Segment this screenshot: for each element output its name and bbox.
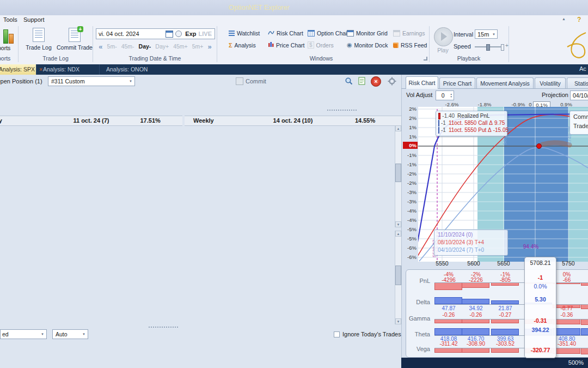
ignore-trades-label: Ignore Today's Trades <box>342 331 401 337</box>
ignore-trades-checkbox[interactable] <box>334 331 340 337</box>
tab-analysis-onon[interactable]: Analysis: ONON <box>99 64 159 75</box>
menu-support[interactable]: Support <box>23 16 45 23</box>
y-axis-label: 1% <box>403 124 416 130</box>
greek-bar <box>491 348 519 353</box>
legend-date-row: 04/10/2024 (7) T+0 <box>438 247 504 255</box>
rss-icon <box>393 43 399 48</box>
splitter-grip[interactable] <box>148 326 179 329</box>
risk-tab-movement-analysis[interactable]: Movement Analysis <box>476 77 534 89</box>
mode-select[interactable]: Auto ▼ <box>52 329 88 339</box>
float-button-trade[interactable]: Trade <box>573 123 588 132</box>
risk-tab-volatility[interactable]: Volatility <box>535 77 566 89</box>
highlight-theta: 394.22 <box>525 327 556 333</box>
trading-date-field[interactable]: vi. 04 oct. 2024ExpLIVE <box>96 28 215 39</box>
nav-back-icon[interactable]: « <box>99 43 102 51</box>
ribbon-toolbar: ReportsReportsTrade Log+Commit TradeTrad… <box>0 25 588 65</box>
window-button-rss-feed[interactable]: RSS Feed <box>393 40 427 50</box>
search-icon[interactable] <box>345 77 353 86</box>
window-button-watchlist[interactable]: Watchlist <box>229 28 260 38</box>
clock-icon[interactable] <box>175 31 182 37</box>
projection-date-field[interactable]: 04/10/2024 <box>570 91 588 100</box>
commit-trade-button[interactable]: +Commit Trade <box>56 27 94 53</box>
speed-plus-icon[interactable]: + <box>505 43 509 49</box>
button-label: Monitor Dock <box>354 42 388 49</box>
nav-step-5m[interactable]: 5m+ <box>192 43 204 50</box>
risk-tab-price-chart[interactable]: Price Chart <box>439 77 475 89</box>
commit-button[interactable]: Commit <box>236 76 266 86</box>
status-bar: 500% <box>401 358 588 368</box>
window-button-risk-chart[interactable]: Risk Chart <box>268 28 303 38</box>
scrollbar[interactable]: ▲▼ <box>395 125 401 227</box>
notes-icon[interactable] <box>358 77 366 85</box>
interval-select[interactable]: 15m▼ <box>475 29 498 39</box>
play-icon <box>441 32 447 41</box>
vol-adjust-spinner[interactable]: 0 ▲▼ <box>436 91 454 100</box>
greek-value: -8.77 <box>552 305 581 311</box>
y-axis-label: -2% <box>403 180 416 186</box>
reports-button[interactable]: Reports <box>0 45 17 51</box>
nav-step-45m[interactable]: 45m- <box>121 43 134 50</box>
float-button-commit[interactable]: Commit <box>573 113 588 123</box>
current-price-column: 5708.21-10.0%5.30-0.31394.22-320.77 <box>524 257 556 358</box>
play-button[interactable] <box>434 27 453 46</box>
highlight-pnl-pct: 0.0% <box>525 283 556 289</box>
group-expand-icon[interactable] <box>424 57 427 61</box>
projection-date-value: 04/10/2024 <box>571 92 588 99</box>
spin-down-icon[interactable]: ▼ <box>450 95 452 98</box>
risk-tab-risk-chart[interactable]: Risk Chart <box>406 76 438 89</box>
nav-step-45m[interactable]: 45m+ <box>173 43 188 50</box>
window-button-option-chain[interactable]: Option Chain <box>308 28 350 38</box>
menu-tools[interactable]: Tools <box>3 16 17 23</box>
button-label: Monitor Grid <box>356 30 388 37</box>
greek-value: 21.87 <box>491 305 520 311</box>
window-button-price-chart[interactable]: Price Chart <box>268 40 305 50</box>
window-button-monitor-dock[interactable]: ◉Monitor Dock <box>347 40 388 50</box>
tab-analysis-spx[interactable]: Analysis: SPX× <box>0 64 36 75</box>
title-bar: OptionNET Explorer <box>0 0 588 15</box>
nav-step-Day[interactable]: Day- <box>139 43 151 50</box>
close-position-icon[interactable]: × <box>371 76 381 87</box>
scroll-down-icon[interactable]: ▼ <box>395 318 401 324</box>
nav-forward-icon[interactable]: » <box>207 43 211 51</box>
speed-thumb[interactable] <box>486 44 490 51</box>
position-select[interactable]: #311 Custom ▼ <box>48 76 135 86</box>
projection-label: Projection <box>542 92 568 98</box>
calendar-icon[interactable] <box>166 31 173 38</box>
y-axis-label: -6% <box>403 254 416 260</box>
button-label: Trade Log <box>26 44 51 51</box>
scroll-thumb[interactable] <box>395 266 401 285</box>
nav-step-5m[interactable]: 5m- <box>107 43 117 50</box>
collapse-ribbon-icon[interactable]: ▲ <box>562 17 566 21</box>
button-label: Price Chart <box>276 42 305 49</box>
scroll-thumb[interactable] <box>395 164 401 182</box>
chevron-down-icon: ▼ <box>492 33 497 36</box>
trade-log-button[interactable]: Trade Log <box>22 27 56 53</box>
y-axis-label: -1% <box>403 152 416 158</box>
window-button-monitor-grid[interactable]: Monitor Grid <box>347 28 388 38</box>
greek-baseline <box>434 319 588 319</box>
legend-text: 11oct. 5550 Put Δ <box>448 127 492 133</box>
splitter-grip[interactable] <box>327 109 357 112</box>
scrollbar[interactable]: ▲▼ <box>395 231 401 324</box>
scroll-down-icon[interactable]: ▼ <box>395 221 401 227</box>
help-icon[interactable]: ? <box>577 16 581 23</box>
position-view-select[interactable]: ed ▼ <box>0 329 47 339</box>
gear-icon[interactable] <box>388 77 396 86</box>
y-axis-label: -4% <box>403 208 416 214</box>
legend-qty: -1.40 <box>442 113 455 119</box>
application-window: OptionNET Explorer Tools Support ▲ ? Rep… <box>0 0 588 368</box>
window-button-analysis[interactable]: ΣAnalysis <box>229 40 256 50</box>
scroll-up-icon[interactable]: ▲ <box>395 125 401 131</box>
window-button-orders: $Orders <box>308 40 334 50</box>
greek-bar <box>462 328 489 335</box>
risk-tab-statistics[interactable]: Statistics <box>567 77 588 89</box>
greek-bar <box>553 328 580 335</box>
greek-value: -2226 <box>461 277 491 283</box>
date-time-group-label: Trading Date & Time <box>93 55 217 62</box>
tab-analysis-ndx[interactable]: Analysis: NDX <box>36 64 98 75</box>
greek-value: -4296 <box>434 277 463 283</box>
greek-baseline <box>434 304 588 305</box>
scroll-up-icon[interactable]: ▲ <box>395 231 401 237</box>
list-icon <box>229 31 235 36</box>
nav-step-Day[interactable]: Day+ <box>155 43 169 50</box>
